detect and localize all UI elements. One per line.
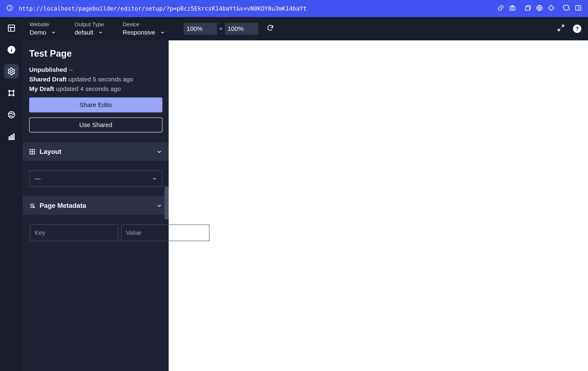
layout-select[interactable]: --- — [29, 170, 162, 187]
use-shared-button[interactable]: Use Shared — [29, 117, 162, 132]
chevron-down-icon — [156, 202, 162, 209]
output-type-value: default — [74, 29, 93, 36]
chevron-down-icon — [156, 149, 162, 155]
camera-icon[interactable] — [509, 4, 516, 13]
refresh-icon[interactable] — [266, 24, 274, 33]
page-metadata-section-title: Page Metadata — [40, 202, 152, 210]
svg-point-4 — [511, 7, 514, 9]
address-bar: http://localhost/pagebuilder/editor/setu… — [0, 0, 588, 17]
website-dropdown[interactable]: Website Demo — [30, 21, 56, 36]
rail-info-icon[interactable] — [4, 42, 19, 57]
zoom-height-input[interactable] — [225, 23, 258, 35]
url-text: http://localhost/pagebuilder/editor/setu… — [19, 5, 306, 12]
zoom-width-input[interactable] — [184, 23, 217, 35]
page-metadata-section-header[interactable]: Page Metadata — [23, 196, 169, 215]
layout-icon — [29, 149, 35, 155]
metadata-value-input[interactable] — [121, 224, 210, 241]
info-icon[interactable] — [6, 4, 13, 13]
settings-sidebar: Test Page Unpublished -- Shared Draft up… — [23, 40, 169, 371]
svg-rect-29 — [11, 135, 12, 139]
fullscreen-icon[interactable] — [557, 24, 565, 33]
page-title: Test Page — [29, 48, 162, 59]
rail-analytics-icon[interactable] — [4, 129, 19, 144]
chevron-down-icon — [152, 176, 157, 181]
rail-bounding-box-icon[interactable] — [4, 86, 19, 100]
output-type-dropdown[interactable]: Output Type default — [74, 21, 104, 36]
chevron-down-icon — [98, 30, 103, 35]
output-type-label: Output Type — [74, 21, 104, 28]
zoom-controls: × — [184, 23, 274, 35]
status-shared-draft: Shared Draft updated 5 seconds ago — [29, 76, 162, 83]
add-metadata-icon[interactable]: ✚ — [212, 228, 220, 237]
svg-point-20 — [10, 70, 12, 73]
scrollbar-thumb[interactable] — [165, 186, 169, 219]
status-unpublished: Unpublished -- — [29, 66, 162, 73]
globe-icon[interactable] — [536, 4, 543, 13]
svg-point-19 — [11, 48, 12, 49]
extension-icon[interactable] — [563, 4, 570, 13]
svg-rect-14 — [8, 25, 15, 31]
svg-point-39 — [33, 207, 34, 208]
rail-layout-icon[interactable] — [4, 21, 19, 35]
zoom-separator: × — [219, 25, 223, 32]
svg-rect-5 — [525, 7, 530, 10]
website-value: Demo — [30, 29, 46, 36]
chevron-down-icon — [160, 30, 165, 35]
svg-rect-12 — [576, 5, 581, 10]
status-my-draft: My Draft updated 4 seconds ago — [29, 85, 162, 92]
layout-select-value: --- — [35, 175, 41, 182]
crosshair-icon[interactable] — [548, 4, 555, 13]
device-value: Responsive — [123, 29, 155, 36]
rail-settings-icon[interactable] — [4, 64, 19, 79]
link-icon[interactable] — [497, 4, 504, 13]
metadata-icon — [29, 202, 35, 209]
editor-toolbar: Website Demo Output Type default Device … — [23, 17, 588, 40]
help-icon[interactable]: ? — [573, 25, 581, 33]
layout-section-header[interactable]: Layout — [23, 142, 169, 161]
rail-globe-alt-icon[interactable] — [4, 107, 19, 122]
device-label: Device — [123, 21, 165, 28]
preview-canvas[interactable] — [169, 40, 588, 371]
layout-section-title: Layout — [40, 148, 152, 156]
left-rail — [0, 17, 23, 371]
metadata-key-input[interactable] — [30, 224, 118, 241]
open-external-icon[interactable] — [524, 4, 531, 13]
chevron-down-icon — [51, 30, 56, 35]
device-dropdown[interactable]: Device Responsive — [123, 21, 165, 36]
share-edits-button[interactable]: Share Edits — [29, 97, 162, 112]
svg-rect-28 — [9, 137, 10, 139]
svg-rect-30 — [13, 134, 14, 139]
svg-point-7 — [549, 6, 553, 10]
panel-toggle-icon[interactable] — [575, 4, 582, 13]
svg-point-2 — [10, 6, 10, 7]
website-label: Website — [30, 21, 56, 28]
metadata-row: ✚ — [29, 224, 162, 241]
